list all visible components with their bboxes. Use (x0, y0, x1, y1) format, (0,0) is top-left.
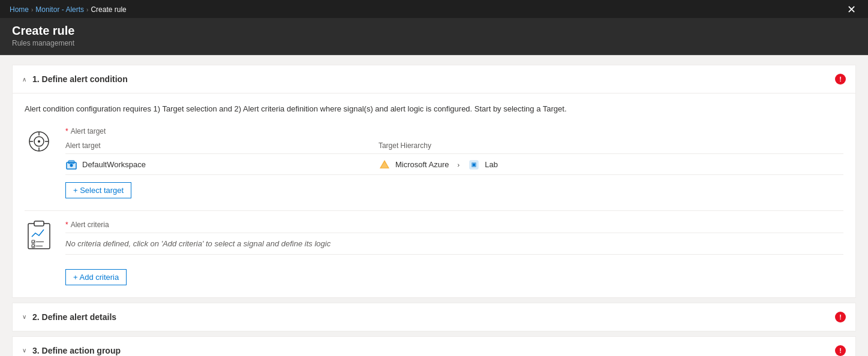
section-2-card[interactable]: ∨ 2. Define alert details ! (12, 303, 856, 331)
hierarchy-chevron: › (458, 161, 460, 168)
section-3-error-badge: ! (835, 345, 846, 356)
target-table: Alert target Target Hierarchy (65, 139, 843, 175)
svg-rect-16 (473, 164, 475, 166)
page-header: Create rule Rules management (0, 18, 868, 55)
section-1-chevron: ∧ (22, 76, 26, 83)
alert-target-area: * Alert target Alert target Target Hiera… (25, 127, 843, 198)
add-criteria-button[interactable]: + Add criteria (65, 269, 127, 285)
section-2-title-text: Define alert details (42, 312, 117, 322)
section-3-card[interactable]: ∨ 3. Define action group ! (12, 336, 856, 357)
page-title: Create rule (12, 24, 856, 38)
col-target-hierarchy: Target Hierarchy (379, 139, 843, 154)
section-3-title: 3. Define action group (32, 346, 121, 355)
azure-label: Microsoft Azure (395, 160, 449, 169)
section-3-header-left: ∨ 3. Define action group (22, 346, 121, 355)
section-1-title: 1. Define alert condition (32, 74, 128, 84)
azure-icon (379, 159, 391, 171)
section-1-body: Alert condition configuration requires 1… (13, 93, 855, 297)
breadcrumb-sep2: › (86, 7, 88, 13)
section-2-header-left: ∨ 2. Define alert details (22, 312, 116, 322)
top-bar: Home › Monitor - Alerts › Create rule ✕ (0, 0, 868, 18)
svg-rect-18 (34, 221, 44, 226)
section-3-title-text: Define action group (42, 346, 121, 355)
section-2-title: 2. Define alert details (32, 312, 116, 322)
svg-rect-9 (68, 161, 74, 164)
alert-criteria-label: * Alert criteria (65, 221, 843, 229)
lab-icon (468, 159, 480, 171)
alert-criteria-area: * Alert criteria No criteria defined, cl… (25, 221, 843, 285)
target-details: * Alert target Alert target Target Hiera… (65, 127, 843, 198)
breadcrumb-monitor-alerts[interactable]: Monitor - Alerts (35, 5, 84, 14)
workspace-name: DefaultWorkspace (82, 160, 146, 169)
section-3-number: 3. (32, 346, 40, 355)
section-1-description: Alert condition configuration requires 1… (25, 103, 843, 115)
target-icon (25, 127, 53, 156)
target-row: DefaultWorkspace (65, 153, 843, 174)
target-svg-icon (27, 129, 51, 153)
col-alert-target: Alert target (65, 139, 379, 154)
criteria-icon (25, 221, 53, 249)
page-subtitle: Rules management (12, 39, 856, 47)
breadcrumb-sep1: › (31, 7, 33, 13)
select-target-button[interactable]: + Select target (65, 182, 131, 198)
section-1-card: ∧ 1. Define alert condition ! Alert cond… (12, 65, 856, 298)
close-button[interactable]: ✕ (845, 4, 858, 15)
breadcrumb-home[interactable]: Home (10, 5, 29, 14)
section-1-title-text: Define alert condition (42, 74, 128, 84)
empty-criteria-text: No criteria defined, click on 'Add crite… (65, 233, 843, 255)
section-divider (25, 210, 843, 211)
section-2-error-badge: ! (835, 312, 846, 322)
section-2-chevron: ∨ (22, 313, 26, 320)
svg-point-2 (38, 140, 40, 143)
section-1-number: 1. (32, 74, 40, 84)
workspace-icon (65, 159, 77, 171)
lab-label: Lab (485, 160, 498, 169)
target-workspace-cell: DefaultWorkspace (65, 153, 379, 174)
criteria-details: * Alert criteria No criteria defined, cl… (65, 221, 843, 285)
svg-point-11 (70, 164, 73, 167)
section-2-number: 2. (32, 312, 40, 322)
alert-target-label: * Alert target (65, 127, 843, 135)
breadcrumb: Home › Monitor - Alerts › Create rule (10, 5, 127, 14)
section-1-error-badge: ! (835, 74, 846, 85)
section-1-header[interactable]: ∧ 1. Define alert condition ! (13, 65, 855, 93)
section-1-header-left: ∧ 1. Define alert condition (22, 74, 128, 84)
required-star-target: * (65, 127, 68, 135)
target-hierarchy-cell: Microsoft Azure › (379, 153, 843, 174)
main-content: ∧ 1. Define alert condition ! Alert cond… (0, 55, 868, 356)
section-3-chevron: ∨ (22, 347, 26, 354)
breadcrumb-current: Create rule (91, 5, 126, 14)
svg-rect-17 (28, 224, 50, 249)
required-star-criteria: * (65, 221, 68, 229)
criteria-svg-icon (26, 220, 52, 250)
